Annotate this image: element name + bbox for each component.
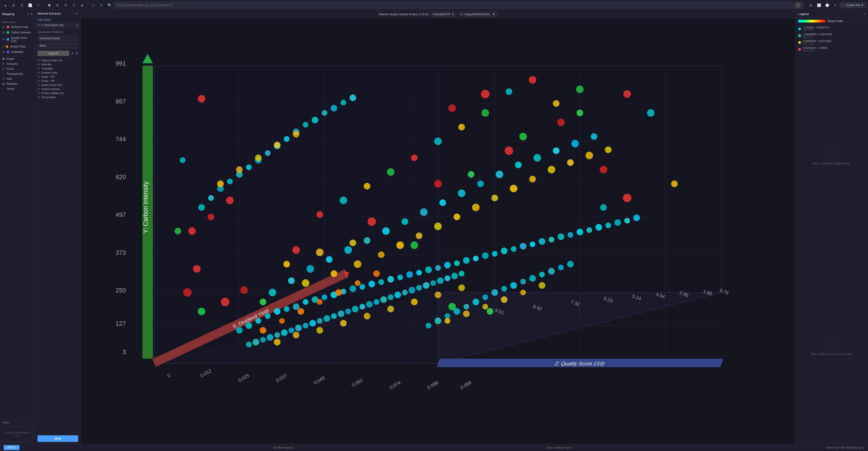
svg-point-239 <box>411 154 417 161</box>
feature-tradability[interactable]: ## Tradability <box>35 67 81 71</box>
svg-point-112 <box>591 133 597 140</box>
filters-section: Filters Drag and drop features here <box>0 419 35 444</box>
nlq-enter-btn[interactable]: ↵ <box>795 2 801 8</box>
svg-point-175 <box>416 285 422 291</box>
svg-point-221 <box>208 214 214 220</box>
toolbar-icon-7[interactable]: ⚙ <box>54 2 61 9</box>
toolbar-icon-14[interactable]: ⬜ <box>815 2 823 9</box>
target-clear-btn[interactable]: ✕ <box>76 24 78 27</box>
feature-carbon-intensity[interactable]: ## Carbon Intensity <box>35 87 81 91</box>
svg-point-86 <box>558 233 564 240</box>
feature-dividend-yield[interactable]: ## Dividend Yield <box>35 71 81 75</box>
configure-icon[interactable]: ⚙ <box>71 52 73 55</box>
toolbar-icon-12[interactable]: Σ <box>98 2 105 9</box>
run-btn[interactable]: RUN <box>37 435 78 442</box>
groupby-placeholder-icon <box>823 332 841 351</box>
delete-icon[interactable]: 🗑 <box>75 52 78 55</box>
dimension-sharpe-ratio[interactable]: C Sharpe Ratio <box>0 44 35 49</box>
svg-point-114 <box>331 270 337 277</box>
svg-point-234 <box>529 76 536 84</box>
toolbar-icon-8[interactable]: ❄ <box>62 2 69 9</box>
toolbar-icon-13[interactable]: ⊞ <box>807 2 814 9</box>
mapping-focus[interactable]: ◎ Focus <box>0 66 35 71</box>
toolbar-icon-search[interactable]: 🔍 <box>106 2 113 9</box>
svg-point-205 <box>265 150 271 156</box>
feature-equity-pe[interactable]: ## Equity - P/E <box>35 75 81 79</box>
svg-point-264 <box>520 290 526 295</box>
svg-text:Z: Quality Score (/10): Z: Quality Score (/10) <box>554 361 606 366</box>
dimension-tradability[interactable]: ## Tradability <box>0 49 35 55</box>
svg-point-211 <box>322 110 328 116</box>
svg-point-106 <box>477 181 484 187</box>
mapping-arrow[interactable]: → Arrow <box>0 86 35 91</box>
svg-point-138 <box>623 194 631 202</box>
toolbar-icon-16[interactable]: ✕ <box>832 2 839 9</box>
dim-color-5 <box>7 51 9 53</box>
svg-point-252 <box>501 286 507 292</box>
apply-button[interactable]: APPLY <box>4 445 20 450</box>
svg-point-116 <box>378 251 384 258</box>
legend-color-bar <box>798 20 826 23</box>
sheet-dropdown[interactable]: 3 - Using Network Extra... ▼ <box>459 12 497 17</box>
svg-point-177 <box>430 280 436 286</box>
svg-point-227 <box>175 228 181 234</box>
feature-equity-pb[interactable]: ## Equity - P/B <box>35 79 81 83</box>
mapping-shape[interactable]: ⬟ Shape <box>0 56 35 61</box>
feature-aum[interactable]: ## AUM (M) <box>35 62 81 67</box>
svg-point-107 <box>496 170 503 178</box>
scatter-plot-label: Scatter Plot <box>846 4 860 7</box>
nlq-input[interactable] <box>117 3 795 7</box>
focus-icon: ◎ <box>2 67 4 70</box>
dimension-carbon-intensity[interactable]: ## Carbon Intensity <box>0 30 35 35</box>
dimension-dividend-yield[interactable]: ## Dividend Yield <box>0 24 35 30</box>
feature-expense-ratio[interactable]: ## Expense Ratio (%) <box>35 58 81 62</box>
type-dropdown[interactable]: Numerical (beta) <box>37 36 78 41</box>
add-target-btn[interactable]: Add Target <box>35 17 81 23</box>
chart-area[interactable]: 991 867 744 620 497 373 250 127 3 <box>81 19 795 444</box>
legend-entry-2: -0.06683805 : 0.29574085 217 / 217 <box>798 32 865 39</box>
extractor-menu-icon[interactable]: ≡ <box>73 12 74 15</box>
legend-menu-icon[interactable]: ≡ <box>864 12 865 16</box>
svg-point-153 <box>260 337 266 343</box>
toolbar-icon-5[interactable]: ≡ <box>35 2 42 9</box>
toolbar-icon-10[interactable]: ◈ <box>79 2 86 9</box>
mapping-transparency[interactable]: ◌ Transparency <box>0 71 35 76</box>
mapping-groupby[interactable]: ⊚ Group By <box>0 61 35 66</box>
toolbar-icon-4[interactable]: 📈 <box>26 2 34 9</box>
svg-point-163 <box>331 313 337 319</box>
svg-point-72 <box>425 267 432 273</box>
aggregation-dropdown[interactable]: Mean <box>37 43 78 49</box>
feature-quality-score[interactable]: ## Quality Score (/10) <box>35 83 81 87</box>
svg-point-257 <box>548 268 555 275</box>
extractor-close-icon[interactable]: ✕ <box>76 12 78 15</box>
svg-point-141 <box>448 104 456 112</box>
feat-icon-1: ## <box>37 59 40 62</box>
toolbar-icon-1[interactable]: ▲ <box>2 2 9 9</box>
input-all-btn[interactable]: Input All <box>37 51 69 56</box>
mapping-holo[interactable]: ⊙ Holo <box>0 76 35 81</box>
svg-point-148 <box>577 110 583 116</box>
dimension-quality-score[interactable]: ## Quality Score (/10) <box>0 35 35 44</box>
svg-point-90 <box>595 224 602 230</box>
svg-point-253 <box>510 282 517 289</box>
mapping-pulsation[interactable]: ◉ Pulsation <box>0 81 35 86</box>
svg-point-219 <box>293 131 300 137</box>
sidebar-menu-icon[interactable]: ≡ <box>27 12 29 16</box>
toolbar-icon-2[interactable]: ⊞ <box>10 2 17 9</box>
feature-sharpe-ratio[interactable]: ## Sharpe Ratio <box>35 95 81 99</box>
toolbar-icon-9[interactable]: ✦ <box>70 2 78 9</box>
target-item: ## 1 Year Return (%) ✕ <box>35 23 81 28</box>
toolbar-icon-15[interactable]: 🕐 <box>824 2 831 9</box>
legend-entry-3: 0.29889299 : 0.65079365 216 / 216 <box>798 39 865 46</box>
filters-drop-zone[interactable]: Drag and drop features here <box>2 426 33 442</box>
feature-50day-vol[interactable]: ## 50 Day Volatility (%) <box>35 91 81 95</box>
toolbar-icon-6[interactable]: ⬟ <box>46 2 53 9</box>
toolbar-icon-3[interactable]: ☰ <box>18 2 26 9</box>
main-content: Mapping ≡ ✕ Dimensions ## Dividend Yield… <box>0 10 868 444</box>
feat-label-5: Equity - P/E <box>41 75 55 78</box>
scatter-plot-btn[interactable]: ⋯ Scatter Plot ▼ <box>840 2 866 8</box>
sidebar-close-icon[interactable]: ✕ <box>30 12 33 16</box>
toolbar-icon-11[interactable]: ⬡ <box>90 2 97 9</box>
svg-point-245 <box>435 318 441 324</box>
dataset-dropdown[interactable]: Extended-ETF ▼ <box>431 12 456 17</box>
